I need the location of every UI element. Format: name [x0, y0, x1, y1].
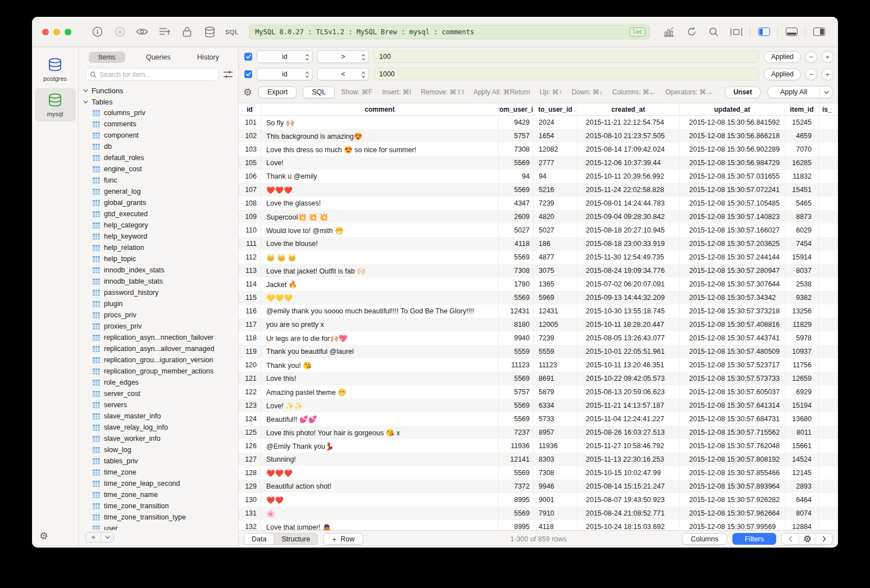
table-row[interactable]: 132 Love that jumper! 🙇🏽 8995 4118 2015-…	[239, 520, 838, 530]
table-row[interactable]: 109 Supercool💥 💥 💥 2609 4820 2015-09-04 …	[239, 210, 838, 224]
connection-postgres[interactable]: postgres	[35, 53, 76, 86]
toggle-bottom-panel-icon[interactable]	[780, 28, 803, 36]
group-functions[interactable]: Functions	[83, 85, 238, 96]
sidebar-table-item[interactable]: columns_priv	[83, 107, 238, 118]
sidebar-table-item[interactable]: time_zone_transition	[83, 500, 238, 512]
apply-all-button[interactable]: Apply All	[767, 86, 833, 98]
connection-mysql[interactable]: mysql	[35, 88, 76, 121]
table-row[interactable]: 103 Love this dress so much 😍 so nice fo…	[239, 143, 838, 156]
tab-structure[interactable]: Structure	[274, 534, 317, 544]
search-icon[interactable]	[703, 27, 725, 37]
sidebar-table-item[interactable]: replication_asyn...ailover_managed	[83, 343, 238, 354]
sql-button[interactable]: SQL	[303, 86, 335, 98]
sidebar-table-item[interactable]: slave_master_info	[83, 411, 238, 422]
filters-button[interactable]: Filters	[732, 533, 776, 545]
sidebar-table-item[interactable]: slow_log	[83, 444, 238, 455]
search-input[interactable]	[99, 71, 215, 79]
sidebar-table-item[interactable]: default_roles	[83, 152, 238, 163]
chart-icon[interactable]	[658, 27, 680, 37]
column-header-is[interactable]: is_	[819, 103, 838, 115]
table-row[interactable]: 110 Would love to! @mith 😁 5027 5027 201…	[239, 224, 838, 237]
connection-icon[interactable]	[86, 26, 108, 37]
columns-button[interactable]: Columns	[682, 533, 727, 545]
sidebar-table-item[interactable]: func	[83, 175, 238, 186]
filter-settings-gear-icon[interactable]	[243, 88, 252, 97]
refresh-icon[interactable]	[680, 26, 703, 37]
toggle-left-panel-icon[interactable]	[753, 28, 775, 36]
tab-history[interactable]: History	[192, 52, 225, 63]
tab-data[interactable]: Data	[244, 534, 274, 544]
column-header-updated-at[interactable]: updated_at	[680, 103, 785, 115]
filter-value-input[interactable]	[373, 51, 759, 63]
filter-enabled-checkbox[interactable]	[244, 53, 252, 61]
table-row[interactable]: 131 🌸 5569 7910 2015-08-24 21:08:52.771 …	[239, 507, 838, 520]
sidebar-table-item[interactable]: server_cost	[83, 388, 238, 399]
backup-icon[interactable]	[153, 27, 176, 37]
filter-value-input[interactable]	[373, 68, 759, 80]
zoom-button[interactable]	[65, 29, 71, 35]
database-icon[interactable]	[198, 26, 221, 38]
column-header-created-at[interactable]: created_at	[577, 103, 680, 115]
toggle-right-panel-icon[interactable]	[808, 28, 830, 36]
focus-mode-icon[interactable]	[725, 28, 748, 37]
table-row[interactable]: 108 Love the glasses! 4347 7239 2015-08-…	[239, 197, 838, 210]
table-row[interactable]: 128 ❤️❤️❤️ 5569 7308 2015-10-15 10:02:47…	[239, 466, 838, 480]
table-row[interactable]: 102 This background is amazing😍 5757 165…	[239, 129, 838, 143]
sidebar-table-item[interactable]: proxies_priv	[83, 321, 238, 332]
page-settings-button[interactable]	[799, 534, 816, 544]
add-filter-button[interactable]: +	[822, 69, 833, 80]
sidebar-table-item[interactable]: slave_worker_info	[83, 433, 238, 444]
sidebar-table-item[interactable]: db	[83, 141, 238, 152]
sidebar-table-item[interactable]: help_relation	[83, 242, 238, 253]
sidebar-table-item[interactable]: innodb_index_stats	[83, 265, 238, 276]
filter-operator-select[interactable]: <	[317, 68, 369, 80]
sidebar-table-item[interactable]: role_edges	[83, 377, 238, 388]
filter-column-select[interactable]: id	[257, 68, 313, 80]
sidebar-table-item[interactable]: servers	[83, 399, 238, 411]
tab-items[interactable]: Items	[89, 52, 125, 63]
column-header-id[interactable]: id	[239, 103, 261, 115]
sidebar-table-item[interactable]: procs_priv	[83, 309, 238, 321]
sidebar-table-item[interactable]: replication_grou...iguration_version	[83, 354, 238, 366]
prev-page-button[interactable]	[782, 534, 799, 544]
close-button[interactable]	[42, 29, 49, 35]
table-row[interactable]: 115 💛💛💛 5569 5969 2015-09-13 14:44:32.20…	[239, 291, 838, 304]
settings-gear-icon[interactable]	[39, 531, 48, 543]
column-header-from-user-id[interactable]: from_user_id	[499, 103, 534, 115]
sidebar-table-item[interactable]: replication_group_member_actions	[83, 366, 238, 377]
add-row-button[interactable]: + Row	[323, 533, 363, 545]
sidebar-table-item[interactable]: component	[83, 130, 238, 141]
sidebar-table-item[interactable]: password_history	[83, 287, 238, 298]
table-row[interactable]: 130 ❤️❤️ 8995 9001 2015-08-07 19:43:50.9…	[239, 493, 838, 507]
column-header-comment[interactable]: comment	[261, 103, 499, 115]
tab-queries[interactable]: Queries	[140, 52, 176, 63]
filter-sliders-icon[interactable]	[224, 71, 233, 78]
sql-editor-icon[interactable]: SQL	[225, 29, 239, 35]
sidebar-table-item[interactable]: gtid_executed	[83, 208, 238, 220]
sidebar-table-item[interactable]: help_category	[83, 220, 238, 231]
add-item-menu-button[interactable]	[101, 532, 113, 542]
sidebar-table-item[interactable]: tables_priv	[83, 455, 238, 467]
export-button[interactable]: Export	[258, 86, 297, 98]
table-row[interactable]: 119 Thank you beautiful @laurel 5559 555…	[239, 345, 838, 358]
table-row[interactable]: 114 Jacket 🔥 1780 1365 2015-07-02 06:20:…	[239, 277, 838, 291]
preview-eye-icon[interactable]	[131, 28, 153, 36]
sidebar-table-item[interactable]: replication_asyn...nnection_failover	[83, 332, 238, 343]
remove-filter-button[interactable]: −	[805, 69, 817, 80]
table-row[interactable]: 116 @emily thank you soooo much beautifu…	[239, 304, 838, 318]
table-row[interactable]: 106 Thank u @emily 94 94 2015-10-11 20:3…	[239, 170, 838, 183]
table-row[interactable]: 126 @Emily Thank you💃🏽 11936 11936 2015-…	[239, 439, 838, 453]
table-row[interactable]: 107 ❤️❤️❤️ 5569 5216 2015-11-24 22:02:58…	[239, 183, 838, 197]
table-row[interactable]: 125 Love this photo! Your hair is gorgeo…	[239, 426, 838, 439]
add-item-button[interactable]: +	[86, 532, 101, 542]
table-row[interactable]: 121 Love this! 5569 8691 2015-10-22 09:4…	[239, 372, 838, 385]
sidebar-table-item[interactable]: help_topic	[83, 253, 238, 265]
minimize-button[interactable]	[53, 29, 60, 35]
table-row[interactable]: 123 Love! ✨✨ 5569 6334 2015-11-21 14:13:…	[239, 399, 838, 412]
apply-all-menu-button[interactable]	[819, 86, 833, 98]
group-tables[interactable]: Tables	[83, 96, 238, 107]
lock-icon[interactable]	[176, 26, 198, 37]
table-row[interactable]: 129 Beautiful action shot! 7372 9946 201…	[239, 480, 838, 493]
filter-column-select[interactable]: id	[257, 51, 313, 63]
sidebar-table-item[interactable]: plugin	[83, 298, 238, 309]
